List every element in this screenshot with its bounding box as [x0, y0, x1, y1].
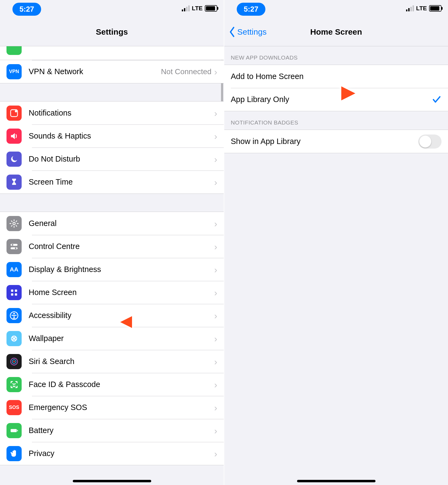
chevron-right-icon: ›	[214, 67, 217, 76]
svg-rect-19	[11, 429, 17, 432]
phone-home-screen-settings: 5:27 LTE Settings Home Screen New App Do…	[224, 0, 448, 485]
row-label: Wallpaper	[29, 334, 64, 343]
chevron-right-icon: ›	[214, 403, 217, 412]
status-bar: 5:27 LTE	[0, 0, 224, 18]
settings-row-wallpaper[interactable]: Wallpaper ›	[0, 327, 224, 350]
settings-row-siri[interactable]: Siri & Search ›	[0, 350, 224, 373]
phone-settings: 5:27 LTE Settings VPN VPN	[0, 0, 224, 485]
signal-icon	[406, 5, 414, 11]
row-show-in-app-library[interactable]: Show in App Library	[224, 130, 448, 153]
battery-icon	[429, 5, 442, 12]
notifications-icon	[6, 106, 22, 121]
back-button[interactable]: Settings	[228, 18, 266, 46]
settings-row-sounds[interactable]: Sounds & Haptics ›	[0, 124, 224, 148]
row-label: Accessibility	[29, 311, 71, 320]
row-label: VPN & Network	[29, 67, 83, 76]
chevron-right-icon: ›	[214, 132, 217, 141]
settings-row-home-screen[interactable]: Home Screen ›	[0, 281, 224, 304]
row-label: Do Not Disturb	[29, 155, 80, 163]
chevron-right-icon: ›	[214, 380, 217, 389]
settings-row-dnd[interactable]: Do Not Disturb ›	[0, 148, 224, 171]
settings-row-display[interactable]: AA Display & Brightness ›	[0, 258, 224, 281]
home-indicator[interactable]	[73, 480, 151, 482]
svg-rect-20	[17, 430, 18, 431]
row-label: Show in App Library	[231, 137, 301, 146]
settings-row-battery[interactable]: Battery ›	[0, 419, 224, 442]
chevron-right-icon: ›	[214, 311, 217, 320]
moon-icon	[6, 152, 22, 167]
chevron-right-icon: ›	[214, 288, 217, 297]
svg-point-1	[15, 110, 17, 112]
row-label: Screen Time	[29, 178, 73, 186]
row-label: Display & Brightness	[29, 265, 101, 274]
settings-row-notifications[interactable]: Notifications ›	[0, 101, 224, 124]
chevron-right-icon: ›	[214, 178, 217, 187]
chevron-right-icon: ›	[214, 109, 217, 118]
settings-row-general[interactable]: General ›	[0, 212, 224, 235]
nav-bar: Settings	[0, 18, 224, 46]
home-screen-settings-content: New App Downloads Add to Home Screen App…	[224, 46, 448, 485]
siri-icon	[6, 354, 22, 369]
row-label: General	[29, 219, 57, 228]
time-pill[interactable]: 5:27	[12, 3, 41, 16]
row-label: Sounds & Haptics	[29, 132, 91, 140]
chevron-left-icon	[228, 27, 237, 37]
nav-bar: Settings Home Screen	[224, 18, 448, 46]
row-label: Home Screen	[29, 288, 77, 297]
chevron-right-icon: ›	[214, 242, 217, 251]
row-label: Siri & Search	[29, 357, 74, 366]
settings-row-screentime[interactable]: Screen Time ›	[0, 171, 224, 194]
status-bar: 5:27 LTE	[224, 0, 448, 18]
toggle-switch[interactable]	[418, 135, 442, 149]
chevron-right-icon: ›	[214, 265, 217, 274]
checkmark-icon	[432, 95, 442, 104]
settings-row-control-centre[interactable]: Control Centre ›	[0, 235, 224, 258]
settings-row-partial[interactable]	[0, 46, 224, 60]
battery-icon	[205, 5, 217, 12]
status-right: LTE	[182, 5, 217, 12]
home-screen-icon	[6, 285, 22, 300]
svg-rect-9	[11, 293, 14, 296]
settings-row-vpn[interactable]: VPN VPN & Network Not Connected ›	[0, 60, 224, 83]
settings-row-privacy[interactable]: Privacy ›	[0, 442, 224, 465]
svg-point-13	[13, 337, 15, 340]
chevron-right-icon: ›	[214, 357, 217, 366]
section-header-badges: Notification Badges	[224, 111, 448, 130]
settings-row-accessibility[interactable]: Accessibility ›	[0, 304, 224, 327]
hourglass-icon	[6, 175, 22, 190]
svg-point-6	[15, 247, 17, 249]
back-label: Settings	[237, 27, 266, 37]
signal-icon	[182, 5, 190, 11]
row-label: Face ID & Passcode	[29, 380, 100, 389]
time-pill[interactable]: 5:27	[237, 3, 265, 16]
wallpaper-icon	[6, 331, 22, 346]
settings-row-sos[interactable]: SOS Emergency SOS ›	[0, 396, 224, 419]
gear-icon	[6, 216, 22, 231]
chevron-right-icon: ›	[214, 449, 217, 458]
page-title: Settings	[96, 27, 128, 37]
svg-rect-4	[11, 247, 18, 249]
home-indicator[interactable]	[297, 480, 375, 482]
svg-point-16	[13, 361, 15, 362]
row-label: Notifications	[29, 109, 71, 117]
network-label: LTE	[416, 5, 427, 12]
settings-list[interactable]: VPN VPN & Network Not Connected › Notifi…	[0, 46, 224, 485]
accessibility-icon	[6, 308, 22, 323]
chevron-right-icon: ›	[214, 155, 217, 164]
faceid-icon	[6, 377, 22, 392]
svg-point-12	[13, 313, 15, 314]
row-label: Control Centre	[29, 242, 80, 251]
row-label: Emergency SOS	[29, 403, 87, 412]
row-label: Battery	[29, 426, 54, 435]
battery-row-icon	[6, 423, 22, 438]
row-label: App Library Only	[231, 95, 289, 104]
sos-icon: SOS	[6, 400, 22, 415]
svg-rect-10	[15, 293, 17, 296]
network-label: LTE	[192, 5, 203, 12]
status-right: LTE	[406, 5, 442, 12]
svg-rect-7	[11, 289, 14, 292]
row-label: Add to Home Screen	[231, 72, 304, 81]
svg-point-18	[15, 384, 15, 384]
settings-row-faceid[interactable]: Face ID & Passcode ›	[0, 373, 224, 396]
generic-icon	[6, 46, 22, 55]
